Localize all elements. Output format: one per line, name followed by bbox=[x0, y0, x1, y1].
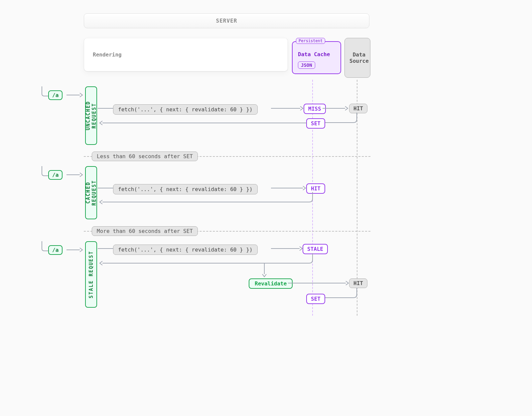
arrow-return-3 bbox=[98, 253, 315, 266]
rendering-label: Rendering bbox=[93, 52, 122, 58]
server-header: SERVER bbox=[84, 13, 369, 28]
set-badge-1: SET bbox=[306, 118, 325, 129]
data-source-label: Data Source bbox=[349, 52, 369, 64]
route-chip-1: /a bbox=[48, 90, 63, 100]
json-tag: JSON bbox=[298, 61, 315, 69]
connector-small-2 bbox=[98, 185, 115, 191]
arrow-revalidate-to-source bbox=[288, 280, 349, 286]
arrow-to-stale bbox=[271, 245, 304, 252]
arrow-return-1 bbox=[98, 120, 307, 126]
hit-source-badge-2: HIT bbox=[349, 278, 367, 288]
arrow-to-miss bbox=[271, 105, 304, 112]
fetch-code-1: fetch('...', { next: { revalidate: 60 } … bbox=[113, 104, 258, 115]
revalidate-badge: Revalidate bbox=[249, 278, 293, 289]
connector-small-1 bbox=[98, 105, 115, 112]
route-chip-2: /a bbox=[48, 170, 63, 180]
route-chip-3: /a bbox=[48, 245, 63, 255]
divider-1-label: Less than 60 seconds after SET bbox=[92, 152, 198, 161]
data-cache-box: Persistent Data Cache JSON bbox=[292, 41, 341, 74]
arrow-return-2 bbox=[98, 192, 315, 205]
data-source-box: Data Source bbox=[344, 38, 370, 78]
hit-source-badge-1: HIT bbox=[349, 104, 367, 113]
arrow-to-hit bbox=[271, 185, 306, 191]
divider-2-label: More than 60 seconds after SET bbox=[92, 226, 198, 236]
arrow-source-to-set bbox=[321, 113, 361, 126]
arrow-source-to-set-2 bbox=[321, 288, 361, 301]
data-cache-label: Data Cache bbox=[298, 51, 335, 57]
arrow-down-revalidate bbox=[261, 263, 268, 277]
arrow-route-2 bbox=[66, 171, 83, 178]
server-label: SERVER bbox=[216, 18, 237, 24]
lane-stale: STALE REQUEST bbox=[85, 241, 97, 308]
cache-flow-diagram: SERVER Rendering Persistent Data Cache J… bbox=[13, 13, 519, 405]
stale-badge: STALE bbox=[303, 244, 328, 254]
connector-small-3 bbox=[98, 245, 115, 252]
arrow-route-1 bbox=[66, 92, 83, 98]
arrow-miss-to-source bbox=[323, 105, 348, 112]
set-badge-2: SET bbox=[306, 294, 325, 304]
arrow-route-3 bbox=[66, 247, 83, 253]
lane-uncached: UNCACHED REQUEST bbox=[85, 86, 97, 145]
lane-cached: CACHED REQUEST bbox=[85, 166, 97, 219]
rendering-box: Rendering bbox=[84, 38, 288, 71]
persistent-tag: Persistent bbox=[296, 38, 325, 44]
